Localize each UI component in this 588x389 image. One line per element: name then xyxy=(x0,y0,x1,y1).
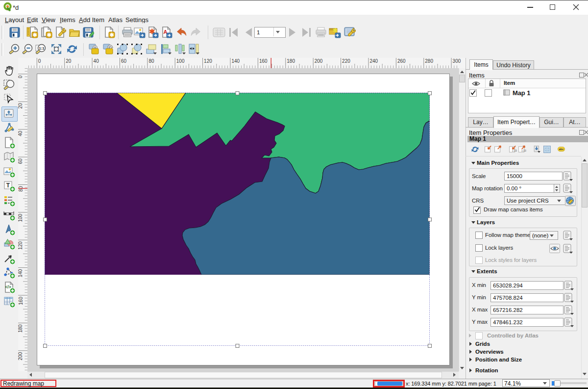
svg-text:✱: ✱ xyxy=(109,32,114,38)
svg-text:120: 120 xyxy=(18,241,24,250)
svg-text:1:23: 1:23 xyxy=(512,150,517,152)
svg-text:220: 220 xyxy=(342,58,350,64)
svg-text:T: T xyxy=(6,182,10,189)
svg-text:1:1: 1:1 xyxy=(39,46,45,51)
svg-text:100: 100 xyxy=(18,213,24,222)
svg-text:0: 0 xyxy=(18,75,24,78)
svg-text:40: 40 xyxy=(94,58,99,64)
svg-text:60: 60 xyxy=(18,158,24,164)
svg-text:abc: abc xyxy=(559,148,564,151)
svg-text:0: 0 xyxy=(38,58,41,64)
svg-text:260: 260 xyxy=(397,58,406,64)
svg-text:160: 160 xyxy=(18,297,24,305)
svg-text:20: 20 xyxy=(18,103,24,109)
svg-text:160: 160 xyxy=(259,58,268,64)
svg-text:200: 200 xyxy=(18,352,24,360)
svg-text:80: 80 xyxy=(148,58,154,64)
svg-text:60: 60 xyxy=(121,58,127,64)
svg-text:280: 280 xyxy=(425,58,433,64)
svg-text:40: 40 xyxy=(18,130,24,136)
svg-text:1:23: 1:23 xyxy=(521,150,526,152)
svg-text:✱: ✱ xyxy=(47,32,51,38)
svg-text:20: 20 xyxy=(66,58,72,64)
svg-text:</>: </> xyxy=(5,285,11,289)
svg-text:180: 180 xyxy=(287,58,295,64)
svg-text:180: 180 xyxy=(18,324,24,333)
svg-text:240: 240 xyxy=(370,58,378,64)
svg-text:140: 140 xyxy=(18,269,24,277)
svg-text:120: 120 xyxy=(204,58,212,64)
svg-text:✱: ✱ xyxy=(32,32,37,38)
svg-text:100: 100 xyxy=(176,58,185,64)
svg-text:200: 200 xyxy=(315,58,323,64)
svg-text:300: 300 xyxy=(453,58,461,64)
svg-text:140: 140 xyxy=(232,58,240,64)
